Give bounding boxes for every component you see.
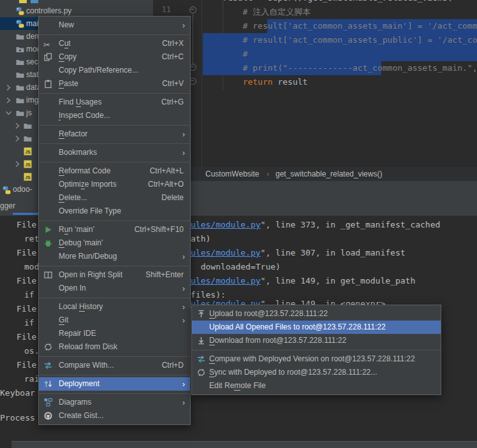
menu-item-new[interactable]: New›: [39, 18, 190, 32]
console-line: rai: [24, 374, 39, 384]
menu-separator: [192, 347, 441, 352]
menu-item-label: Open In: [59, 282, 86, 295]
menu-item-label: Inspect Code...: [59, 109, 110, 122]
menu-item-reload-from-disk[interactable]: Reload from Disk: [39, 340, 190, 354]
menu-item-repair-ide[interactable]: Repair IDE: [39, 327, 190, 340]
menu-item-compare-with[interactable]: Compare With...Ctrl+D: [39, 359, 190, 372]
stack-trace-link[interactable]: ules/module.py: [191, 220, 261, 229]
menu-item-diagrams[interactable]: Diagrams›: [39, 396, 190, 409]
console-line: File: [17, 304, 36, 314]
menu-item-label: Reformat Code: [59, 164, 110, 178]
menu-item-cut[interactable]: ✂CutCtrl+X: [39, 37, 190, 50]
clipped-file-icon: [19, 0, 27, 3]
submenu-arrow-icon: ›: [182, 377, 185, 391]
menu-item-git[interactable]: Git›: [39, 314, 190, 327]
menu-item-optimize-imports[interactable]: Optimize ImportsCtrl+Alt+O: [39, 178, 190, 191]
menu-item-override-file-type[interactable]: Override File Type: [39, 205, 190, 218]
console-text: files):: [191, 290, 226, 300]
code-line[interactable]: result = super().get_switchable_related_…: [203, 0, 452, 4]
menu-item-label: Local History: [59, 300, 103, 314]
python-icon: [15, 6, 24, 15]
menu-shortcut: Ctrl+Shift+F10: [135, 223, 184, 236]
console-text: downloaded=True): [191, 262, 281, 271]
chevron-right-icon[interactable]: [13, 121, 22, 130]
chevron-right-icon[interactable]: [13, 134, 22, 143]
line-number: 11: [158, 5, 171, 14]
menu-item-copy[interactable]: CopyCtrl+C: [39, 50, 190, 64]
menu-item-label: Run 'main': [59, 223, 94, 236]
submenu-item-edit-remote-file[interactable]: Edit Remote File: [192, 379, 441, 393]
split-icon: [43, 270, 53, 280]
menu-item-reformat-code[interactable]: Reformat CodeCtrl+Alt+L: [39, 164, 190, 178]
submenu-item-upload-to-root-123-57-228-111-22[interactable]: Upload to root@123.57.228.111:22: [192, 307, 441, 321]
chevron-right-icon[interactable]: [13, 159, 22, 168]
console-line: File: [17, 220, 36, 229]
menu-item-run-main[interactable]: Run 'main'Ctrl+Shift+F10: [39, 223, 190, 236]
menu-item-refactor[interactable]: Refactor›: [39, 127, 190, 141]
console-line: ules/module.py", line 307, in load_manif…: [191, 248, 406, 257]
compare-icon: [196, 354, 206, 364]
menu-item-local-history[interactable]: Local History›: [39, 300, 190, 314]
submenu-item-upload-all-opened-files-to-root-123-57-228-111-22[interactable]: Upload All Opened Files to root@123.57.2…: [192, 321, 441, 334]
code-segment: result = super().get_switchable_related_…: [203, 0, 452, 3]
folder-icon: [15, 96, 24, 105]
diagram-icon: [43, 398, 53, 407]
breadcrumb-item[interactable]: get_switchable_related_views(): [275, 167, 382, 181]
deployment-submenu: Upload to root@123.57.228.111:22Upload A…: [191, 305, 441, 395]
menu-item-open-in-right-split[interactable]: Open in Right SplitShift+Enter: [39, 268, 190, 282]
menu-item-label: Reload from Disk: [59, 340, 117, 354]
fold-marker-icon[interactable]: [189, 6, 196, 13]
code-editor[interactable]: 11 result = super().get_switchable_relat…: [153, 0, 477, 167]
menu-item-label: Deployment: [59, 377, 99, 391]
menu-item-label: Bookmarks: [59, 146, 97, 159]
tree-item-controllers-py[interactable]: controllers.py: [0, 4, 153, 17]
submenu-item-sync-with-deployed-to-root-123-57-228-111-22[interactable]: Sync with Deployed to root@123.57.228.11…: [192, 366, 441, 379]
menu-separator: [39, 263, 190, 268]
console-line: ules/module.py", line 149, in get_module…: [191, 276, 415, 285]
chevron-down-icon[interactable]: [4, 108, 13, 117]
folder-icon: [15, 70, 24, 79]
code-line[interactable]: # result['act_common_assets_public'] = '…: [203, 33, 477, 47]
breadcrumb-item[interactable]: CustomWebsite: [205, 167, 259, 181]
menu-separator: [39, 141, 190, 146]
menu-item-debug-main[interactable]: Debug 'main': [39, 236, 190, 250]
code-line[interactable]: return result: [203, 75, 307, 89]
submenu-item-download-from-root-123-57-228-111-22[interactable]: Download from root@123.57.228.111:22: [192, 334, 441, 347]
code-segment: # result['act_common_assets_main'] = '/a…: [203, 21, 477, 31]
code-segment: # print("-------------act_common_assets_…: [203, 63, 477, 73]
console-line: File: [17, 332, 36, 342]
menu-item-more-run-debug[interactable]: More Run/Debug›: [39, 250, 190, 263]
stack-trace-link[interactable]: ules/module.py: [191, 248, 261, 257]
breadcrumb-separator-icon: ›: [267, 167, 269, 181]
submenu-item-compare-with-deployed-version-on-root-123-57-228-111-22[interactable]: Compare with Deployed Version on root@12…: [192, 352, 441, 366]
code-line[interactable]: # result['act_common_assets_main'] = '/a…: [203, 19, 477, 33]
menu-shortcut: Ctrl+X: [162, 37, 184, 50]
code-line[interactable]: #: [203, 47, 247, 61]
code-line[interactable]: # 注入自定义脚本: [203, 5, 311, 18]
code-line[interactable]: # print("-------------act_common_assets_…: [203, 61, 477, 75]
menu-item-find-usages[interactable]: Find UsagesCtrl+G: [39, 96, 190, 109]
status-strip-bar: [11, 441, 477, 448]
menu-item-label: Delete...: [59, 191, 87, 205]
copy-icon: [43, 52, 53, 62]
tree-item-label: js: [26, 106, 32, 119]
scissors-icon: ✂: [43, 39, 53, 48]
menu-item-paste[interactable]: PasteCtrl+V: [39, 77, 190, 90]
submenu-arrow-icon: ›: [182, 300, 185, 314]
menu-item-inspect-code[interactable]: Inspect Code...: [39, 109, 190, 122]
folder-icon: [15, 57, 24, 66]
python-icon: [2, 185, 11, 194]
menu-item-copy-path-reference[interactable]: Copy Path/Reference...: [39, 64, 190, 77]
code-segment: [203, 77, 243, 87]
menu-item-deployment[interactable]: Deployment›: [39, 377, 190, 391]
menu-item-label: Compare with Deployed Version on root@12…: [209, 352, 415, 366]
menu-item-open-in[interactable]: Open In›: [39, 282, 190, 295]
tab-debugger[interactable]: gger: [0, 201, 15, 210]
chevron-right-icon[interactable]: [4, 83, 13, 92]
menu-item-create-gist[interactable]: Create Gist...: [39, 409, 190, 423]
stack-trace-link[interactable]: ules/module.py: [191, 276, 261, 285]
menu-item-label: Refactor: [59, 127, 87, 141]
menu-item-bookmarks[interactable]: Bookmarks›: [39, 146, 190, 159]
menu-item-delete[interactable]: Delete...Delete: [39, 191, 190, 205]
chevron-right-icon[interactable]: [4, 96, 13, 105]
